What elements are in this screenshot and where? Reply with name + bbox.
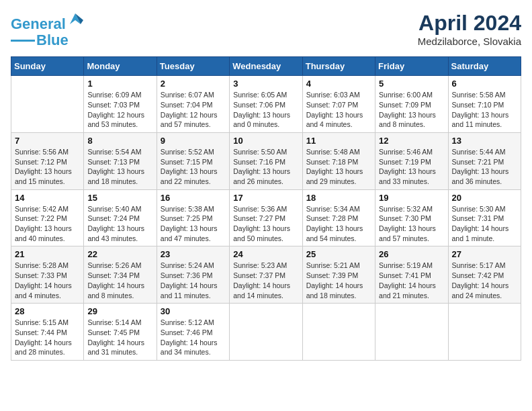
- table-row: 3Sunrise: 6:05 AMSunset: 7:06 PMDaylight…: [230, 76, 302, 133]
- day-number: 3: [233, 79, 298, 89]
- table-row: 13Sunrise: 5:44 AMSunset: 7:21 PMDayligh…: [448, 132, 521, 189]
- day-info: Sunrise: 5:19 AMSunset: 7:41 PMDaylight:…: [379, 261, 444, 300]
- day-number: 7: [15, 136, 80, 146]
- day-info: Sunrise: 5:15 AMSunset: 7:44 PMDaylight:…: [15, 318, 80, 357]
- day-number: 27: [452, 249, 517, 259]
- table-row: 10Sunrise: 5:50 AMSunset: 7:16 PMDayligh…: [230, 132, 302, 189]
- location: Medzilaborce, Slovakia: [418, 36, 521, 47]
- header-monday: Monday: [84, 57, 157, 76]
- header-sunday: Sunday: [11, 57, 84, 76]
- table-row: 23Sunrise: 5:24 AMSunset: 7:36 PMDayligh…: [157, 246, 229, 304]
- table-row: 18Sunrise: 5:34 AMSunset: 7:28 PMDayligh…: [302, 189, 375, 246]
- table-row: 20Sunrise: 5:30 AMSunset: 7:31 PMDayligh…: [448, 189, 521, 246]
- day-number: 9: [161, 136, 226, 146]
- table-row: 8Sunrise: 5:54 AMSunset: 7:13 PMDaylight…: [84, 132, 157, 189]
- table-row: 9Sunrise: 5:52 AMSunset: 7:15 PMDaylight…: [157, 132, 229, 189]
- day-number: 13: [452, 136, 517, 146]
- days-header-row: Sunday Monday Tuesday Wednesday Thursday…: [11, 57, 521, 76]
- table-row: 15Sunrise: 5:40 AMSunset: 7:24 PMDayligh…: [84, 189, 157, 246]
- table-row: 11Sunrise: 5:48 AMSunset: 7:18 PMDayligh…: [302, 132, 375, 189]
- table-row: 4Sunrise: 6:03 AMSunset: 7:07 PMDaylight…: [302, 76, 375, 133]
- table-row: 2Sunrise: 6:07 AMSunset: 7:04 PMDaylight…: [157, 76, 229, 133]
- calendar-table: Sunday Monday Tuesday Wednesday Thursday…: [11, 56, 521, 361]
- day-info: Sunrise: 5:12 AMSunset: 7:46 PMDaylight:…: [161, 318, 226, 357]
- day-info: Sunrise: 5:56 AMSunset: 7:12 PMDaylight:…: [15, 147, 80, 187]
- table-row: 26Sunrise: 5:19 AMSunset: 7:41 PMDayligh…: [375, 246, 448, 304]
- day-info: Sunrise: 5:44 AMSunset: 7:21 PMDaylight:…: [452, 147, 517, 187]
- logo-text: General: [11, 16, 66, 32]
- day-info: Sunrise: 5:42 AMSunset: 7:22 PMDaylight:…: [15, 204, 80, 244]
- table-row: 27Sunrise: 5:17 AMSunset: 7:42 PMDayligh…: [448, 246, 521, 304]
- day-info: Sunrise: 5:38 AMSunset: 7:25 PMDaylight:…: [161, 204, 226, 244]
- day-info: Sunrise: 5:40 AMSunset: 7:24 PMDaylight:…: [87, 204, 152, 244]
- day-number: 24: [233, 249, 298, 259]
- table-row: 6Sunrise: 5:58 AMSunset: 7:10 PMDaylight…: [448, 76, 521, 133]
- table-row: 22Sunrise: 5:26 AMSunset: 7:34 PMDayligh…: [84, 246, 157, 304]
- day-number: 20: [452, 193, 517, 203]
- month-title: April 2024: [418, 11, 521, 36]
- day-number: 28: [15, 306, 80, 316]
- day-number: 17: [233, 193, 298, 203]
- day-info: Sunrise: 6:07 AMSunset: 7:04 PMDaylight:…: [161, 90, 226, 130]
- day-number: 4: [306, 79, 371, 89]
- header-tuesday: Tuesday: [157, 57, 229, 76]
- table-row: 28Sunrise: 5:15 AMSunset: 7:44 PMDayligh…: [11, 304, 84, 361]
- day-info: Sunrise: 5:32 AMSunset: 7:30 PMDaylight:…: [379, 204, 444, 244]
- logo-blue-text: Blue: [36, 32, 69, 48]
- day-info: Sunrise: 5:34 AMSunset: 7:28 PMDaylight:…: [306, 204, 371, 244]
- table-row: [302, 304, 375, 361]
- header-wednesday: Wednesday: [230, 57, 302, 76]
- day-info: Sunrise: 5:58 AMSunset: 7:10 PMDaylight:…: [452, 90, 517, 130]
- table-row: 14Sunrise: 5:42 AMSunset: 7:22 PMDayligh…: [11, 189, 84, 246]
- day-number: 16: [161, 193, 226, 203]
- table-row: 25Sunrise: 5:21 AMSunset: 7:39 PMDayligh…: [302, 246, 375, 304]
- calendar-week-row: 28Sunrise: 5:15 AMSunset: 7:44 PMDayligh…: [11, 304, 521, 361]
- day-number: 22: [87, 249, 152, 259]
- day-number: 10: [233, 136, 298, 146]
- table-row: [230, 304, 302, 361]
- day-info: Sunrise: 5:48 AMSunset: 7:18 PMDaylight:…: [306, 147, 371, 187]
- day-info: Sunrise: 6:00 AMSunset: 7:09 PMDaylight:…: [379, 90, 444, 130]
- day-number: 5: [379, 79, 444, 89]
- logo-general: General: [11, 15, 66, 32]
- day-info: Sunrise: 6:09 AMSunset: 7:03 PMDaylight:…: [87, 90, 152, 130]
- day-number: 6: [452, 79, 517, 89]
- logo-underline: [11, 40, 35, 42]
- table-row: 30Sunrise: 5:12 AMSunset: 7:46 PMDayligh…: [157, 304, 229, 361]
- day-info: Sunrise: 5:26 AMSunset: 7:34 PMDaylight:…: [87, 261, 152, 300]
- table-row: 21Sunrise: 5:28 AMSunset: 7:33 PMDayligh…: [11, 246, 84, 304]
- day-number: 14: [15, 193, 80, 203]
- calendar-week-row: 7Sunrise: 5:56 AMSunset: 7:12 PMDaylight…: [11, 132, 521, 189]
- table-row: 29Sunrise: 5:14 AMSunset: 7:45 PMDayligh…: [84, 304, 157, 361]
- day-info: Sunrise: 5:14 AMSunset: 7:45 PMDaylight:…: [87, 318, 152, 357]
- day-info: Sunrise: 5:50 AMSunset: 7:16 PMDaylight:…: [233, 147, 298, 187]
- table-row: 16Sunrise: 5:38 AMSunset: 7:25 PMDayligh…: [157, 189, 229, 246]
- day-number: 26: [379, 249, 444, 259]
- table-row: 12Sunrise: 5:46 AMSunset: 7:19 PMDayligh…: [375, 132, 448, 189]
- day-number: 19: [379, 193, 444, 203]
- title-area: April 2024 Medzilaborce, Slovakia: [418, 11, 521, 47]
- day-number: 15: [87, 193, 152, 203]
- day-info: Sunrise: 5:46 AMSunset: 7:19 PMDaylight:…: [379, 147, 444, 187]
- day-info: Sunrise: 5:30 AMSunset: 7:31 PMDaylight:…: [452, 204, 517, 244]
- day-info: Sunrise: 5:54 AMSunset: 7:13 PMDaylight:…: [87, 147, 152, 187]
- calendar-week-row: 1Sunrise: 6:09 AMSunset: 7:03 PMDaylight…: [11, 76, 521, 133]
- day-number: 2: [161, 79, 226, 89]
- day-number: 25: [306, 249, 371, 259]
- day-info: Sunrise: 6:05 AMSunset: 7:06 PMDaylight:…: [233, 90, 298, 130]
- calendar-week-row: 14Sunrise: 5:42 AMSunset: 7:22 PMDayligh…: [11, 189, 521, 246]
- day-info: Sunrise: 5:23 AMSunset: 7:37 PMDaylight:…: [233, 261, 298, 300]
- day-number: 11: [306, 136, 371, 146]
- table-row: 19Sunrise: 5:32 AMSunset: 7:30 PMDayligh…: [375, 189, 448, 246]
- day-number: 30: [161, 306, 226, 316]
- day-number: 1: [87, 79, 152, 89]
- header-friday: Friday: [375, 57, 448, 76]
- day-number: 18: [306, 193, 371, 203]
- day-number: 21: [15, 249, 80, 259]
- day-number: 29: [87, 306, 152, 316]
- table-row: [448, 304, 521, 361]
- day-number: 23: [161, 249, 226, 259]
- day-number: 12: [379, 136, 444, 146]
- table-row: [11, 76, 84, 133]
- header-saturday: Saturday: [448, 57, 521, 76]
